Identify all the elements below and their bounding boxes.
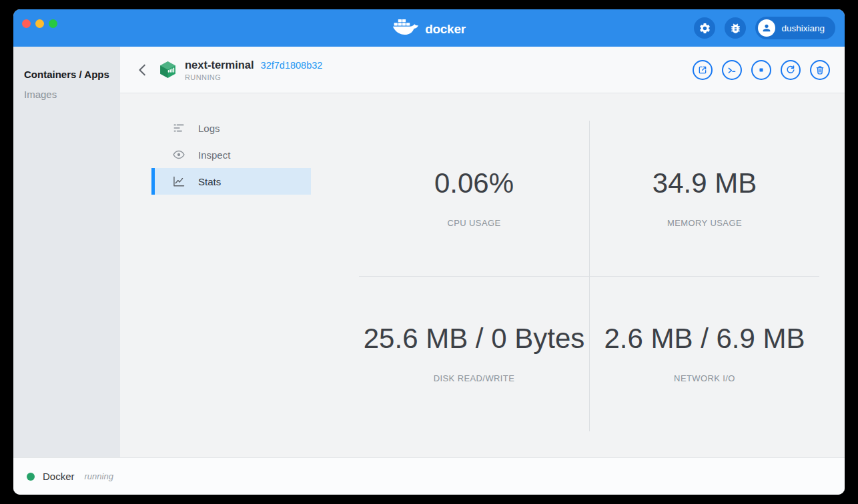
container-actions [693, 60, 830, 80]
sidebar-item-images[interactable]: Images [13, 84, 120, 104]
tab-logs[interactable]: Logs [151, 115, 311, 141]
stop-icon [756, 65, 767, 75]
docker-desktop-window: docker dushixiang [13, 9, 845, 495]
stat-label: NETWORK I/O [674, 373, 735, 383]
tab-active-bar [151, 115, 155, 141]
stat-value: 34.9 MB [653, 169, 757, 197]
stat-label: MEMORY USAGE [667, 218, 742, 228]
container-box-icon [159, 61, 177, 79]
open-in-browser-button[interactable] [693, 60, 713, 80]
stat-value: 25.6 MB / 0 Bytes [364, 325, 585, 353]
tab-active-bar [151, 168, 155, 195]
trash-icon [815, 65, 825, 75]
back-chevron-icon [135, 63, 150, 77]
delete-button[interactable] [810, 60, 830, 80]
inspect-eye-icon [172, 148, 187, 161]
cli-terminal-icon [727, 65, 737, 75]
bug-icon [729, 22, 742, 35]
container-state-label: RUNNING [185, 73, 322, 81]
container-title-block: next-terminal 32f7d1808b32 RUNNING [185, 59, 322, 81]
stop-button[interactable] [751, 60, 771, 80]
container-name: next-terminal [185, 59, 254, 71]
stat-network-io: 2.6 MB / 6.9 MB NETWORK I/O [589, 276, 819, 431]
user-account-button[interactable]: dushixiang [755, 17, 835, 39]
container-header: next-terminal 32f7d1808b32 RUNNING [120, 47, 845, 93]
stat-value: 2.6 MB / 6.9 MB [604, 325, 805, 353]
tab-label: Logs [198, 123, 220, 134]
docker-wordmark: docker [425, 23, 466, 35]
tab-label: Inspect [198, 149, 230, 161]
titlebar: docker dushixiang [13, 9, 845, 47]
minimize-window-button[interactable] [35, 19, 44, 28]
stats-chart-icon [172, 175, 187, 188]
stats-grid: 0.06% CPU USAGE 34.9 MB MEMORY USAGE 25.… [359, 121, 819, 431]
back-button[interactable] [133, 61, 152, 79]
status-dot [27, 473, 35, 481]
open-in-browser-icon [697, 65, 708, 75]
status-state-label: running [85, 471, 113, 481]
report-bug-button[interactable] [725, 17, 746, 39]
app-body: Containers / Apps Images [13, 47, 845, 457]
window-controls [22, 19, 57, 28]
restart-button[interactable] [781, 60, 801, 80]
cli-button[interactable] [722, 60, 742, 80]
stat-label: CPU USAGE [447, 218, 500, 228]
tab-stats[interactable]: Stats [151, 168, 311, 195]
tab-inspect[interactable]: Inspect [151, 141, 311, 168]
settings-button[interactable] [694, 17, 715, 39]
tab-active-bar [151, 141, 155, 168]
detail-tabs: Logs Inspect Stats [151, 115, 311, 195]
stat-memory-usage: 34.9 MB MEMORY USAGE [589, 121, 819, 276]
sidebar-item-label: Containers / Apps [24, 69, 109, 80]
container-id-link[interactable]: 32f7d1808b32 [261, 60, 323, 71]
user-avatar [758, 19, 775, 37]
stat-value: 0.06% [434, 169, 514, 197]
stat-disk-readwrite: 25.6 MB / 0 Bytes DISK READ/WRITE [359, 276, 589, 431]
user-name: dushixiang [781, 23, 825, 33]
status-app-name: Docker [43, 471, 75, 482]
sidebar: Containers / Apps Images [13, 47, 120, 457]
tab-label: Stats [198, 176, 221, 187]
stat-label: DISK READ/WRITE [434, 373, 515, 383]
main-panel: next-terminal 32f7d1808b32 RUNNING [120, 47, 845, 457]
titlebar-controls: dushixiang [694, 9, 835, 47]
zoom-window-button[interactable] [49, 19, 57, 28]
stat-cpu-usage: 0.06% CPU USAGE [359, 121, 589, 276]
close-window-button[interactable] [22, 19, 31, 28]
docker-brand: docker [392, 18, 466, 38]
docker-whale-icon [392, 18, 420, 38]
gear-icon [699, 22, 711, 35]
logs-icon [172, 121, 187, 135]
status-bar: Docker running [13, 457, 845, 495]
sidebar-item-containers[interactable]: Containers / Apps [13, 64, 120, 84]
restart-icon [785, 65, 796, 75]
container-detail-content: Logs Inspect Stats [120, 93, 845, 457]
sidebar-item-label: Images [24, 89, 57, 100]
